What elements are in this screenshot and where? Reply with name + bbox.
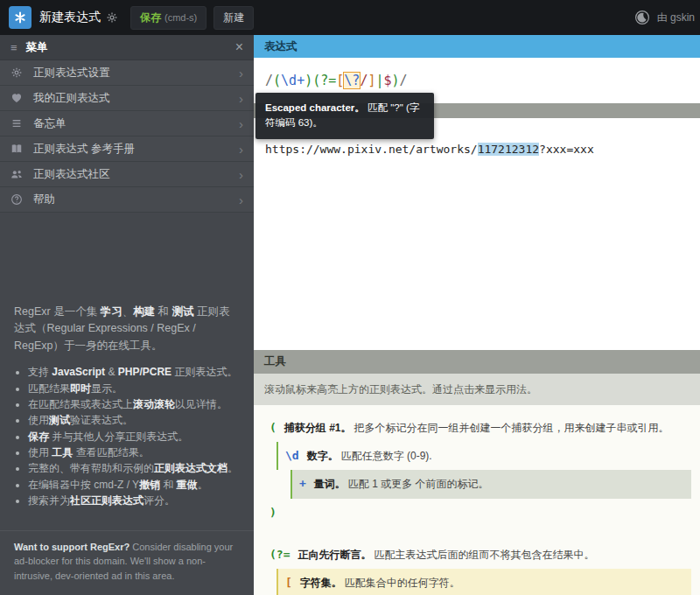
sidebar: ≡ 菜单 × 正则表达式设置›我的正则表达式›备忘单›正则表达式 参考手册›正则… [0,35,254,595]
explain-lead: 捕获分组 #1。 [284,421,352,436]
sidebar-item-label: 我的正则表达式 [33,91,239,106]
regexr-app: 新建表达式 保存 (cmd-s) 新建 由 gskin ≡ 菜单 × [0,0,700,595]
explain-lead: 量词。 [314,477,346,492]
explain-token: \d [285,448,299,464]
sidebar-item-label: 帮助 [33,192,239,207]
expression-header-label: 表达式 [264,39,298,54]
chevron-right-icon: › [239,193,243,206]
regex-token[interactable]: $ [383,73,391,88]
expression-settings-gear-icon[interactable] [106,11,118,24]
save-button[interactable]: 保存 (cmd-s) [130,6,206,30]
tools-description: 滚动鼠标来高亮上方的正则表达式。通过点击来显示用法。 [254,374,700,405]
sidebar-item-cheatsheet[interactable]: 备忘单› [0,111,254,136]
help-icon [10,192,24,206]
menu-header[interactable]: ≡ 菜单 × [0,35,254,60]
sidebar-item-help[interactable]: 帮助› [0,187,254,213]
regex-token[interactable]: ) [392,73,400,88]
tools-header-label: 工具 [264,354,286,369]
top-bar: 新建表达式 保存 (cmd-s) 新建 由 gskin [0,0,700,35]
credit-text[interactable]: 由 gskin [657,10,695,25]
chevron-right-icon: › [239,168,243,181]
chevron-right-icon: › [239,66,243,80]
regex-token[interactable]: \? [344,73,360,88]
explain-text: 匹配主表达式后面的组而不将其包含在结果中。 [374,548,594,563]
book-icon [10,142,24,156]
gear-icon [10,66,24,80]
dark-mode-toggle-moon-icon[interactable] [634,10,650,25]
explain-token: (?= [270,547,290,563]
hamburger-menu-icon[interactable]: ≡ [10,41,18,54]
intro-paragraph: RegExr 是一个集 学习、构建 和 测试 正则表达式（Regular Exp… [14,304,240,354]
tooltip-lead: Escaped character。 [265,102,365,113]
token-tooltip: Escaped character。 匹配 "?" (字符编码 63)。 [256,93,434,139]
text-before-match: https://www.pixiv.net/artworks/ [265,143,478,156]
explain-token: + [299,476,306,492]
feature-list: 支持 JavaScript & PHP/PCRE 正则表达式。匹配结果即时显示。… [14,365,240,509]
tools-header: 工具 [254,350,700,374]
feature-item: 使用 工具 查看匹配结果。 [28,445,240,460]
explain-token: [ [285,575,292,591]
sidebar-item-label: 正则表达式 参考手册 [33,142,239,157]
feature-item: 使用测试验证表达式。 [28,413,240,428]
regex-token[interactable]: / [265,73,273,88]
explain-lead: 数字。 [307,449,339,464]
text-after-match: ?xxx=xxx [539,143,594,156]
feature-item: 完整的、带有帮助和示例的正则表达式文档。 [28,461,240,476]
sidebar-item-community[interactable]: 正则表达式社区› [0,162,254,187]
test-text-input[interactable]: https://www.pixiv.net/artworks/117212312… [254,118,700,350]
explain-row[interactable]: (捕获分组 #1。把多个标记分在同一组并创建一个捕获分组，用来创建子串或引用。 [262,414,691,442]
regex-token[interactable]: ( [273,73,281,88]
match-highlight: 117212312 [478,143,539,156]
sidebar-item-settings[interactable]: 正则表达式设置› [0,60,254,86]
feature-item: 保存 并与其他人分享正则表达式。 [28,430,240,444]
sidebar-item-reference[interactable]: 正则表达式 参考手册› [0,136,254,162]
sidebar-item-favorites[interactable]: 我的正则表达式› [0,86,254,111]
explain-token: ) [270,505,276,521]
explain-text: 把多个标记分在同一组并创建一个捕获分组，用来创建子串或引用。 [354,421,669,436]
sidebar-menu-list: 正则表达式设置›我的正则表达式›备忘单›正则表达式 参考手册›正则表达式社区›帮… [0,60,254,213]
feature-item: 支持 JavaScript & PHP/PCRE 正则表达式。 [28,365,240,380]
close-icon[interactable]: × [235,40,243,54]
regex-token[interactable]: + [297,73,304,88]
explain-lead: 正向先行断言。 [298,548,371,563]
feature-item: 在编辑器中按 cmd-Z / Y撤销 和 重做。 [28,478,240,493]
regex-token[interactable]: / [400,73,408,88]
heart-icon [10,91,24,105]
explain-row[interactable]: (?=正向先行断言。匹配主表达式后面的组而不将其包含在结果中。 [262,541,691,569]
chevron-right-icon: › [239,92,243,105]
sidebar-item-label: 正则表达式社区 [33,167,239,182]
sidebar-description: RegExr 是一个集 学习、构建 和 测试 正则表达式（Regular Exp… [0,304,254,510]
explain-text: 匹配任意数字 (0-9). [341,449,432,464]
document-title: 新建表达式 [39,10,101,25]
main-panel: 表达式 /(\d+)(?=[\?/]|$)/ https://www.pixiv… [254,35,700,595]
expression-header: 表达式 [254,35,700,58]
feature-item: 匹配结果即时显示。 [28,382,240,396]
ad-notice: Want to support RegExr? Consider disabli… [0,530,254,595]
list-icon [10,116,24,130]
community-icon [10,167,24,181]
regex-token[interactable]: ) [304,73,312,88]
explain-row[interactable]: +量词。匹配 1 或更多 个前面的标记。 [290,470,691,498]
regexr-logo-icon[interactable] [9,6,32,29]
feature-item: 在匹配结果或表达式上滚动滚轮以见详情。 [28,397,240,412]
explain-row[interactable]: \d数字。匹配任意数字 (0-9). [276,442,691,470]
feature-item: 搜索并为社区正则表达式评分。 [28,494,240,508]
chevron-right-icon: › [239,143,243,156]
explain-text: 匹配集合中的任何字符。 [345,576,460,591]
explain-row[interactable]: [字符集。匹配集合中的任何字符。 [276,569,691,595]
explain-token: ( [270,420,276,436]
regex-token[interactable]: \d [281,73,297,88]
explain-text: 匹配 1 或更多 个前面的标记。 [348,477,489,492]
menu-title: 菜单 [26,40,235,55]
new-button[interactable]: 新建 [214,6,254,30]
explain-lead: 字符集。 [300,576,342,591]
explain-panel: (捕获分组 #1。把多个标记分在同一组并创建一个捕获分组，用来创建子串或引用。\… [254,405,700,595]
chevron-right-icon: › [239,117,243,130]
explain-row[interactable]: ) [262,499,691,527]
sidebar-item-label: 正则表达式设置 [33,66,239,80]
regex-token[interactable]: [ [336,73,344,88]
sidebar-item-label: 备忘单 [33,116,239,131]
regex-token[interactable]: (?= [312,73,336,88]
